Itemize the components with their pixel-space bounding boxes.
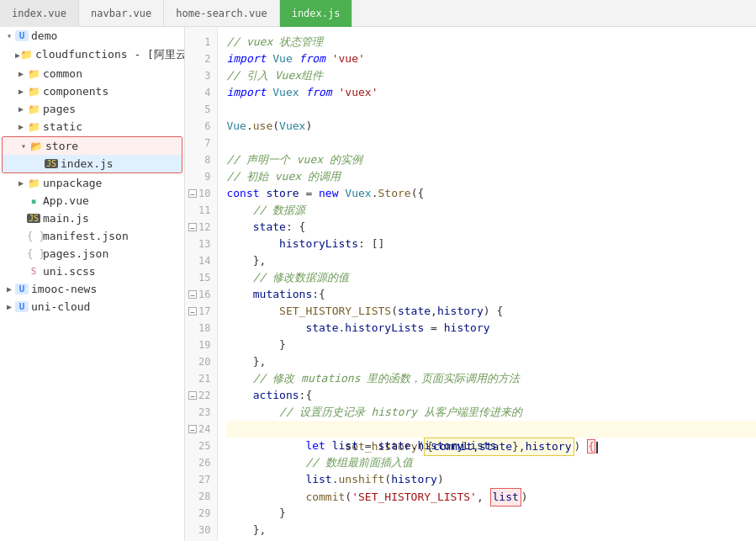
- chevron-down-icon: ▾: [3, 31, 15, 40]
- folder-icon: U: [15, 301, 29, 312]
- ln-21: 21: [185, 370, 217, 387]
- ln-20: 20: [185, 353, 217, 370]
- sidebar-item-components[interactable]: ▶ 📁 components: [0, 82, 184, 100]
- store-folder-group: ▾ 📂 store ▶ JS index.js: [2, 136, 182, 173]
- ln-11: 11: [185, 202, 217, 219]
- code-line-1: // vuex 状态管理: [226, 34, 756, 50]
- folder-icon: U: [15, 284, 29, 294]
- ln-29: 29: [185, 505, 217, 522]
- code-line-12: state: {: [226, 219, 756, 236]
- code-line-9: // 初始 vuex 的调用: [226, 168, 756, 185]
- folder-icon: 📁: [27, 178, 40, 189]
- ln-15: 15: [185, 269, 217, 286]
- sidebar-item-app-vue[interactable]: ▶ ▪ App.vue: [0, 192, 184, 210]
- code-line-10: const store = new Vuex.Store({: [226, 185, 756, 202]
- code-line-16: mutations:{: [226, 286, 756, 303]
- sidebar: ▾ U demo ▶ 📁 cloudfunctions - [阿里云izk ▶ …: [0, 27, 185, 541]
- ln-18: 18: [185, 320, 217, 337]
- main-layout: ▾ U demo ▶ 📁 cloudfunctions - [阿里云izk ▶ …: [0, 27, 756, 541]
- comment: // vuex 状态管理: [226, 35, 323, 48]
- chevron-right-icon: ▶: [15, 87, 27, 96]
- sidebar-item-index-js[interactable]: ▶ JS index.js: [3, 155, 182, 172]
- chevron-right-icon: ▶: [15, 104, 27, 114]
- ln-16: −16: [185, 286, 217, 303]
- folder-icon: 📁: [27, 121, 40, 133]
- sidebar-item-static[interactable]: ▶ 📁 static: [0, 118, 184, 135]
- sidebar-label-store: store: [45, 140, 78, 152]
- sidebar-item-imooc-news[interactable]: ▶ U imooc-news: [0, 280, 184, 298]
- code-line-7: [226, 135, 756, 151]
- ln-8: 8: [185, 151, 217, 168]
- fold-icon-10[interactable]: −: [188, 189, 197, 198]
- chevron-down-icon: ▾: [18, 141, 29, 151]
- ln-27: 27: [185, 471, 217, 488]
- code-line-25: let list = state.historyLists: [226, 438, 756, 454]
- ln-3: 3: [185, 67, 217, 84]
- fold-icon-16[interactable]: −: [188, 290, 197, 299]
- fold-icon-12[interactable]: −: [188, 223, 197, 231]
- ln-24: −24: [185, 421, 217, 438]
- sidebar-item-store[interactable]: ▾ 📂 store: [3, 137, 182, 155]
- sidebar-item-pages[interactable]: ▶ 📁 pages: [0, 100, 184, 118]
- folder-icon: U: [15, 30, 29, 41]
- code-line-20: },: [226, 353, 756, 370]
- ln-10: −10: [185, 185, 217, 202]
- ln-25: 25: [185, 438, 217, 454]
- sidebar-label-common: common: [43, 67, 82, 80]
- file-json-icon: { }: [27, 248, 40, 260]
- code-lines[interactable]: // vuex 状态管理 import Vue from 'vue' // 引入…: [218, 27, 756, 541]
- sidebar-label-uni-scss: uni.scss: [43, 265, 96, 278]
- code-line-30: },: [226, 522, 756, 538]
- file-scss-icon: S: [27, 266, 40, 277]
- sidebar-label-pages-json: pages.json: [43, 247, 108, 260]
- code-line-2: import Vue from 'vue': [226, 50, 756, 67]
- sidebar-label-components: components: [43, 85, 108, 98]
- ln-5: 5: [185, 101, 217, 118]
- file-js-icon: JS: [27, 214, 40, 223]
- ln-14: 14: [185, 252, 217, 269]
- sidebar-label-static: static: [43, 120, 82, 133]
- code-line-21: // 修改 mutations 里的函数，页面实际调用的方法: [226, 370, 756, 387]
- highlight-list: list: [490, 488, 521, 507]
- editor-area[interactable]: 1 2 3 4 5 6 7 8 9 −10 11 −12 13 14 15 −1…: [185, 27, 756, 541]
- folder-open-icon: 📂: [29, 141, 43, 152]
- code-line-4: import Vuex from 'vuex': [226, 84, 756, 101]
- sidebar-label-main-js: main.js: [43, 212, 89, 225]
- sidebar-item-common[interactable]: ▶ 📁 common: [0, 65, 184, 82]
- sidebar-label-uni-cloud: uni-cloud: [31, 300, 90, 313]
- tab-index-js[interactable]: index.js: [280, 0, 353, 27]
- tab-home-search-vue[interactable]: home-search.vue: [164, 0, 279, 27]
- ln-13: 13: [185, 236, 217, 252]
- ln-19: 19: [185, 337, 217, 353]
- tab-navbar-vue[interactable]: navbar.vue: [79, 0, 164, 27]
- sidebar-item-pages-json[interactable]: ▶ { } pages.json: [0, 245, 184, 263]
- sidebar-item-main-js[interactable]: ▶ JS main.js: [0, 210, 184, 227]
- sidebar-item-unpackage[interactable]: ▶ 📁 unpackage: [0, 174, 184, 192]
- sidebar-item-cloudfunctions[interactable]: ▶ 📁 cloudfunctions - [阿里云izk: [0, 45, 184, 65]
- sidebar-item-uni-cloud[interactable]: ▶ U uni-cloud: [0, 298, 184, 316]
- code-line-26: // 数组最前面插入值: [226, 454, 756, 471]
- code-line-17: SET_HISTORY_LISTS(state,history) {: [226, 303, 756, 320]
- sidebar-label-unpackage: unpackage: [43, 177, 102, 189]
- code-line-11: // 数据源: [226, 202, 756, 219]
- sidebar-label-manifest-json: manifest.json: [43, 230, 129, 242]
- ln-1: 1: [185, 34, 217, 50]
- fold-icon-22[interactable]: −: [188, 391, 197, 400]
- tab-index-vue[interactable]: index.vue: [0, 0, 79, 27]
- line-numbers: 1 2 3 4 5 6 7 8 9 −10 11 −12 13 14 15 −1…: [185, 27, 218, 541]
- ln-2: 2: [185, 50, 217, 67]
- fold-icon-24[interactable]: −: [188, 425, 197, 433]
- code-line-6: Vue.use(Vuex): [226, 118, 756, 135]
- code-line-27: list.unshift(history): [226, 471, 756, 488]
- folder-icon: 📁: [20, 49, 33, 61]
- code-line-23: // 设置历史记录 history 从客户端里传进来的: [226, 404, 756, 421]
- code-line-29: }: [226, 505, 756, 522]
- ln-30: 30: [185, 522, 217, 538]
- fold-icon-17[interactable]: −: [188, 307, 197, 316]
- sidebar-item-uni-scss[interactable]: ▶ S uni.scss: [0, 263, 184, 280]
- sidebar-item-manifest-json[interactable]: ▶ { } manifest.json: [0, 227, 184, 245]
- chevron-right-icon: ▶: [15, 178, 27, 188]
- sidebar-item-demo[interactable]: ▾ U demo: [0, 27, 184, 45]
- sidebar-label-cloudfunctions: cloudfunctions - [阿里云izk: [35, 47, 185, 62]
- ln-4: 4: [185, 84, 217, 101]
